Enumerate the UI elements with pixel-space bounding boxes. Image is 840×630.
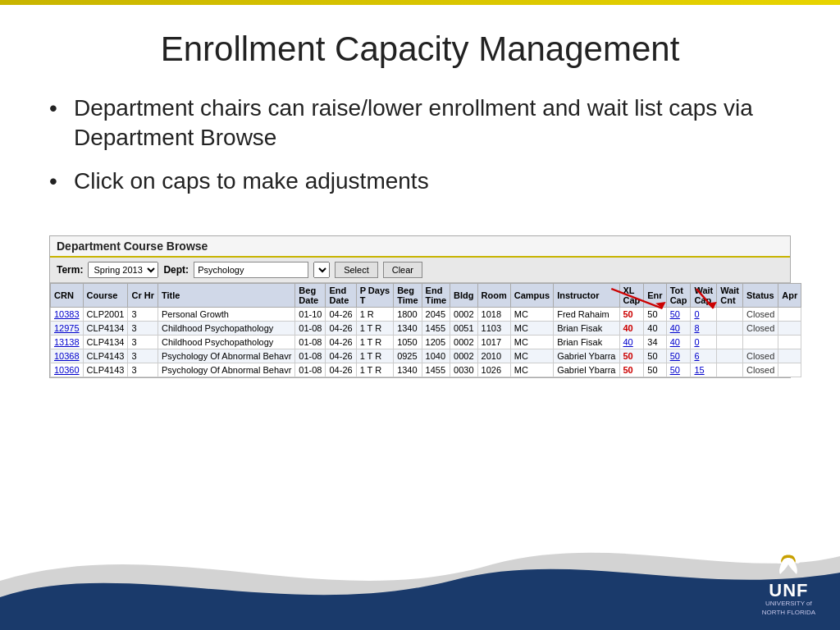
cell-course: CLP4143 <box>83 363 128 377</box>
cell-wait-cap[interactable]: 6 <box>691 349 717 363</box>
cell-cr-hr: 3 <box>128 349 158 363</box>
cell-room: 1103 <box>477 322 510 336</box>
col-end-date: EndDate <box>326 284 356 308</box>
cell-room: 1026 <box>477 363 510 377</box>
cell-bldg: 0002 <box>450 349 477 363</box>
col-p-t: P DaysT <box>356 284 394 308</box>
cell-course: CLP4134 <box>83 322 128 336</box>
col-wait-cap: WaitCap <box>691 284 717 308</box>
cell-beg-date: 01-08 <box>295 322 326 336</box>
dept-label: Dept: <box>163 264 189 276</box>
cell-xl-cap[interactable]: 40 <box>619 322 644 336</box>
bullet-1: Department chairs can raise/lower enroll… <box>49 94 791 153</box>
cell-end-date: 04-26 <box>326 336 356 349</box>
cell-campus: MC <box>510 349 553 363</box>
cell-xl-cap[interactable]: 50 <box>619 308 644 322</box>
select-button[interactable]: Select <box>335 262 378 278</box>
table-header-row: CRN Course Cr Hr Title BegDate EndDate P… <box>51 284 801 308</box>
col-xl-cap: XLCap <box>619 284 644 308</box>
term-select[interactable]: Spring 2013 <box>88 262 158 278</box>
cell-apr <box>778 308 801 322</box>
cell-tot-cap[interactable]: 50 <box>666 349 691 363</box>
cell-tot-cap[interactable]: 50 <box>666 308 691 322</box>
col-title: Title <box>158 284 294 308</box>
clear-button[interactable]: Clear <box>383 262 422 278</box>
bullet-2: Click on caps to make adjustments <box>49 167 791 196</box>
cell-wait-cap[interactable]: 8 <box>691 322 717 336</box>
cell-p-t: 1 R <box>356 308 394 322</box>
cell-enr: 50 <box>644 308 666 322</box>
cell-title: Psychology Of Abnormal Behavr <box>158 363 294 377</box>
cell-course: CLP4143 <box>83 349 128 363</box>
col-cr-hr: Cr Hr <box>128 284 158 308</box>
cell-beg-time: 1800 <box>394 308 422 322</box>
cell-title: Psychology Of Abnormal Behavr <box>158 349 294 363</box>
cell-wait-cnt <box>717 336 743 349</box>
cell-wait-cnt <box>717 308 743 322</box>
cell-xl-cap[interactable]: 50 <box>619 349 644 363</box>
cell-crn[interactable]: 13138 <box>51 336 84 349</box>
cell-wait-cnt <box>717 349 743 363</box>
cell-enr: 40 <box>644 322 666 336</box>
col-enr: Enr <box>644 284 666 308</box>
cell-course: CLP2001 <box>83 308 128 322</box>
slide: Enrollment Capacity Management Departmen… <box>0 0 840 630</box>
cell-instructor: Brian Fisak <box>554 336 619 349</box>
cell-wait-cap[interactable]: 0 <box>691 308 717 322</box>
cell-crn[interactable]: 12975 <box>51 322 84 336</box>
unf-name: UNF <box>769 582 808 600</box>
col-room: Room <box>477 284 510 308</box>
cell-cr-hr: 3 <box>128 322 158 336</box>
cell-p-t: 1 T R <box>356 349 394 363</box>
unf-full-name: UNIVERSITY ofNORTH FLORIDA <box>762 600 815 617</box>
col-bldg: Bldg <box>450 284 477 308</box>
cell-crn[interactable]: 10368 <box>51 349 84 363</box>
cell-apr <box>778 349 801 363</box>
cell-wait-cnt <box>717 322 743 336</box>
dept-input[interactable] <box>194 262 308 278</box>
dept-select[interactable] <box>313 262 330 278</box>
cell-crn[interactable]: 10383 <box>51 308 84 322</box>
cell-xl-cap[interactable]: 40 <box>619 336 644 349</box>
cell-course: CLP4134 <box>83 336 128 349</box>
bullets-list: Department chairs can raise/lower enroll… <box>49 94 791 209</box>
cell-end-time: 1455 <box>422 363 450 377</box>
cell-status: Closed <box>743 322 778 336</box>
department-course-browse: Department Course Browse Term: Spring 20… <box>49 235 791 378</box>
cell-end-date: 04-26 <box>326 308 356 322</box>
cell-enr: 50 <box>644 363 666 377</box>
cell-instructor: Brian Fisak <box>554 322 619 336</box>
cell-wait-cap[interactable]: 0 <box>691 336 717 349</box>
browse-table: CRN Course Cr Hr Title BegDate EndDate P… <box>50 283 801 377</box>
unf-bird-icon <box>772 548 805 582</box>
cell-instructor: Gabriel Ybarra <box>554 349 619 363</box>
col-beg-time: BegTime <box>394 284 422 308</box>
cell-campus: MC <box>510 363 553 377</box>
cell-end-time: 1455 <box>422 322 450 336</box>
cell-xl-cap[interactable]: 50 <box>619 363 644 377</box>
cell-crn[interactable]: 10360 <box>51 363 84 377</box>
cell-tot-cap[interactable]: 50 <box>666 363 691 377</box>
cell-enr: 50 <box>644 349 666 363</box>
cell-status: Closed <box>743 308 778 322</box>
cell-room: 2010 <box>477 349 510 363</box>
cell-title: Childhood Psychopathology <box>158 336 294 349</box>
col-status: Status <box>743 284 778 308</box>
cell-beg-date: 01-08 <box>295 349 326 363</box>
cell-tot-cap[interactable]: 40 <box>666 322 691 336</box>
col-beg-date: BegDate <box>295 284 326 308</box>
unf-bird-svg <box>772 548 805 578</box>
cell-apr <box>778 363 801 377</box>
col-instructor: Instructor <box>554 284 619 308</box>
cell-p-t: 1 T R <box>356 336 394 349</box>
col-tot-cap: TotCap <box>666 284 691 308</box>
cell-tot-cap[interactable]: 40 <box>666 336 691 349</box>
cell-wait-cap[interactable]: 15 <box>691 363 717 377</box>
cell-apr <box>778 322 801 336</box>
col-wait-cnt: WaitCnt <box>717 284 743 308</box>
table-row: 10360 CLP4143 3 Psychology Of Abnormal B… <box>51 363 801 377</box>
cell-instructor: Fred Rahaim <box>554 308 619 322</box>
cell-status: Closed <box>743 349 778 363</box>
browse-section-title: Department Course Browse <box>50 236 790 258</box>
cell-instructor: Gabriel Ybarra <box>554 363 619 377</box>
